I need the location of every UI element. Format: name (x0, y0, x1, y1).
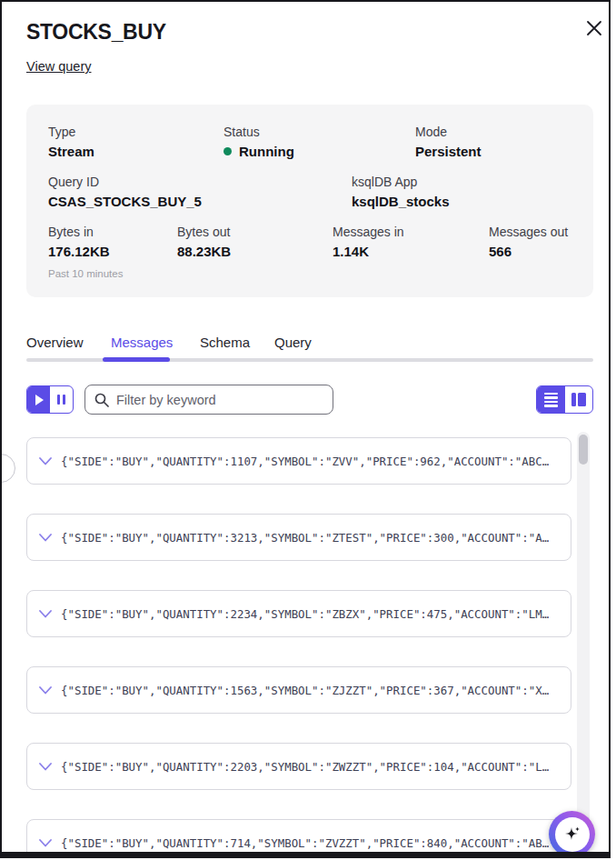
message-json: {"SIDE":"BUY","QUANTITY":714,"SYMBOL":"Z… (61, 836, 549, 850)
ksqldb-app-value: ksqlDB_stocks (352, 194, 571, 209)
message-json: {"SIDE":"BUY","QUANTITY":3213,"SYMBOL":"… (61, 531, 549, 545)
list-view-icon (544, 393, 558, 407)
page-title: STOCKS_BUY (26, 20, 166, 45)
info-label: Bytes in (48, 225, 177, 239)
pause-button[interactable] (50, 386, 73, 413)
info-cell-bytes-out: Bytes out 88.23KB (177, 225, 333, 259)
stream-detail-panel: STOCKS_BUY View query Type Stream Status… (0, 0, 611, 858)
info-cell-query-id: Query ID CSAS_STOCKS_BUY_5 (48, 175, 352, 209)
play-button[interactable] (27, 386, 50, 413)
status-running-dot (224, 147, 232, 155)
filter-input[interactable] (116, 393, 323, 407)
filter-container (84, 385, 333, 415)
message-json: {"SIDE":"BUY","QUANTITY":2234,"SYMBOL":"… (61, 607, 549, 621)
info-value: Persistent (415, 144, 571, 159)
close-icon[interactable] (582, 16, 606, 40)
info-label: Messages out (489, 225, 571, 239)
tab-messages[interactable]: Messages (111, 335, 173, 350)
info-cell-status: Status Running (224, 125, 415, 159)
chevron-down-icon[interactable] (39, 763, 52, 771)
info-cell-mode: Mode Persistent (415, 125, 571, 159)
ai-assistant-button[interactable] (549, 811, 595, 857)
message-row[interactable]: {"SIDE":"BUY","QUANTITY":1107,"SYMBOL":"… (26, 437, 571, 485)
info-label: Status (224, 125, 415, 139)
info-cell-bytes-in: Bytes in 176.12KB (48, 225, 177, 259)
search-icon (94, 393, 109, 407)
column-view-button[interactable] (565, 386, 593, 413)
chevron-down-icon[interactable] (39, 839, 52, 847)
tab-overview[interactable]: Overview (26, 335, 84, 350)
column-view-icon (571, 393, 587, 406)
chevron-down-icon[interactable] (39, 457, 52, 465)
tab-schema[interactable]: Schema (200, 335, 250, 350)
info-cell-messages-out: Messages out 566 (489, 225, 571, 259)
info-label: Bytes out (177, 225, 333, 239)
active-tab-indicator (103, 357, 170, 362)
play-icon (35, 395, 44, 405)
status-badge: Running (239, 144, 294, 159)
view-query-link[interactable]: View query (26, 59, 91, 74)
info-label: Messages in (333, 225, 489, 239)
message-row[interactable]: {"SIDE":"BUY","QUANTITY":714,"SYMBOL":"Z… (26, 819, 571, 858)
panel-collapse-handle[interactable] (0, 454, 15, 483)
info-cell-ksqldb-app: ksqlDB App ksqlDB_stocks (352, 175, 571, 209)
message-row[interactable]: {"SIDE":"BUY","QUANTITY":2203,"SYMBOL":"… (26, 743, 571, 790)
scrollbar-thumb[interactable] (579, 435, 588, 465)
info-cell-type: Type Stream (48, 125, 224, 159)
sparkle-icon (561, 824, 583, 845)
info-value: 1.14K (333, 244, 489, 259)
message-row[interactable]: {"SIDE":"BUY","QUANTITY":2234,"SYMBOL":"… (26, 590, 571, 637)
info-label: Query ID (48, 175, 352, 189)
message-row[interactable]: {"SIDE":"BUY","QUANTITY":1563,"SYMBOL":"… (26, 666, 571, 714)
message-row[interactable]: {"SIDE":"BUY","QUANTITY":3213,"SYMBOL":"… (26, 514, 571, 561)
info-value: 176.12KB (48, 244, 177, 259)
view-mode-toggle (536, 385, 593, 414)
message-json: {"SIDE":"BUY","QUANTITY":1107,"SYMBOL":"… (61, 455, 549, 468)
info-value: Stream (48, 144, 224, 159)
info-label: Mode (415, 125, 571, 139)
chevron-down-icon[interactable] (39, 534, 52, 542)
stream-info-panel: Type Stream Status Running Mode Persiste… (26, 105, 593, 297)
scrollbar-track[interactable] (577, 432, 590, 855)
tab-query[interactable]: Query (274, 335, 312, 350)
info-label: ksqlDB App (352, 175, 571, 189)
info-value: CSAS_STOCKS_BUY_5 (48, 194, 352, 209)
info-value: 88.23KB (177, 244, 333, 259)
chevron-down-icon[interactable] (39, 610, 52, 618)
list-view-button[interactable] (537, 386, 565, 413)
chevron-down-icon[interactable] (39, 686, 52, 695)
play-pause-toggle (26, 385, 74, 414)
pause-icon (57, 395, 65, 405)
info-value: 566 (489, 244, 571, 259)
info-cell-messages-in: Messages in 1.14K (333, 225, 489, 259)
info-label: Type (48, 125, 224, 139)
message-json: {"SIDE":"BUY","QUANTITY":2203,"SYMBOL":"… (61, 760, 549, 774)
metrics-timeframe-note: Past 10 minutes (48, 268, 571, 279)
message-json: {"SIDE":"BUY","QUANTITY":1563,"SYMBOL":"… (61, 684, 549, 697)
